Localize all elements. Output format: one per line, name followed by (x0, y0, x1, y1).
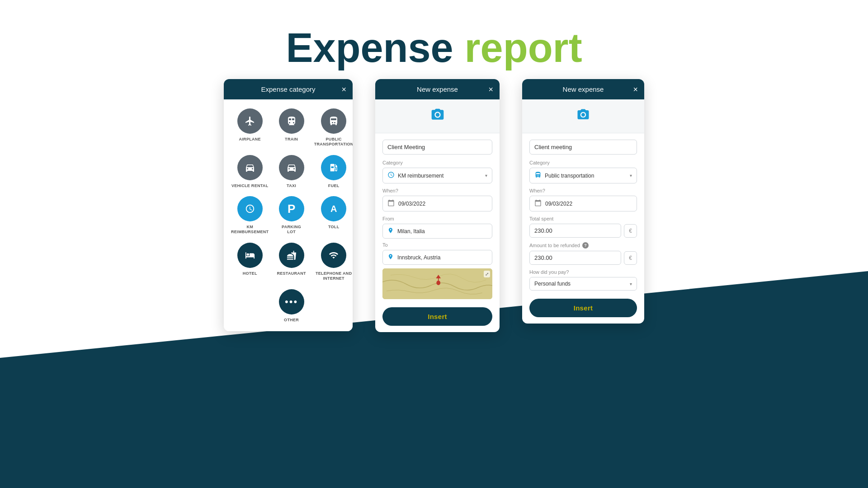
other-label: OTHER (284, 318, 299, 323)
page-title: Expense report (286, 25, 582, 71)
train-icon (279, 108, 304, 134)
to-field-label: To (382, 242, 492, 248)
category-item-telephone-internet[interactable]: TELEPHONE AND INTERNET (314, 243, 353, 281)
taxi-icon (279, 155, 304, 180)
category-item-fuel[interactable]: FUEL (314, 155, 353, 188)
telephone-internet-label: TELEPHONE AND INTERNET (314, 271, 353, 281)
category-select-3[interactable]: Public transportation ▾ (529, 168, 637, 183)
panel2-header: New expense × (375, 79, 500, 99)
panel1-header: Expense category × (224, 79, 353, 99)
pay-field-label: How did you pay? (529, 269, 637, 275)
date-value-3: 09/03/2022 (545, 201, 572, 207)
category-item-toll[interactable]: A TOLL (314, 196, 353, 235)
category-select-2[interactable]: KM reimbursement ▾ (382, 168, 492, 183)
taxi-label: TAXI (287, 183, 296, 188)
camera-icon-3 (576, 108, 590, 125)
category-item-airplane[interactable]: AIRPLANE (231, 108, 269, 147)
category-arrow-3: ▾ (630, 173, 632, 178)
panel2-body: Category KM reimbursement ▾ When? 09/03/… (375, 133, 500, 332)
expense-name-input-2[interactable] (382, 140, 492, 155)
hotel-label: HOTEL (243, 271, 257, 276)
panel3-title: New expense (563, 85, 604, 93)
calendar-icon-2 (387, 199, 395, 208)
category-item-vehicle-rental[interactable]: VEHICLE RENTAL (231, 155, 269, 188)
km-reimbursement-icon (237, 196, 263, 221)
refund-amount-input[interactable] (529, 251, 621, 265)
calendar-icon-3 (534, 199, 542, 208)
total-spent-row: € (529, 224, 637, 238)
refund-currency-badge: € (624, 251, 637, 265)
category-value-3: Public transportation (545, 173, 594, 179)
camera-icon (430, 108, 445, 125)
parking-lot-icon: P (279, 196, 304, 221)
to-field[interactable]: Innsbruck, Austria (382, 250, 492, 265)
panel3-body: Category Public transportation ▾ When? 0… (522, 133, 644, 324)
to-location-icon (387, 253, 394, 261)
vehicle-rental-icon (237, 155, 263, 180)
category-item-taxi[interactable]: TAXI (277, 155, 306, 188)
from-field[interactable]: Milan, Italia (382, 224, 492, 239)
panel3-header: New expense × (522, 79, 644, 99)
refund-field-label: Amount to be refunded (529, 243, 580, 248)
fuel-label: FUEL (328, 183, 340, 188)
category-item-hotel[interactable]: HOTEL (231, 243, 269, 281)
from-field-label: From (382, 216, 492, 221)
map-area[interactable]: ⤢ (382, 268, 492, 299)
total-spent-input[interactable] (529, 224, 621, 238)
category-item-parking-lot[interactable]: P PARKING LOT (277, 196, 306, 235)
photo-upload-area[interactable] (375, 99, 500, 133)
restaurant-label: RESTAURANT (277, 271, 306, 276)
insert-button-2[interactable]: Insert (382, 307, 492, 326)
refund-help-icon[interactable]: ? (582, 242, 589, 249)
category-field-label-2: Category (382, 160, 492, 165)
photo-upload-area-3[interactable] (522, 99, 644, 133)
category-value-2: KM reimbursement (398, 173, 443, 179)
public-transport-label: PUBLIC TRANSPORTATION (314, 137, 353, 147)
category-grid: AIRPLANE TRAIN PUBLIC TRANSPORTATION (224, 99, 353, 331)
public-transport-select-icon (534, 171, 542, 180)
when-field-label-3: When? (529, 188, 637, 193)
refund-amount-row: € (529, 251, 637, 265)
date-field-3[interactable]: 09/03/2022 (529, 196, 637, 211)
vehicle-rental-label: VEHICLE RENTAL (231, 183, 269, 188)
from-value: Milan, Italia (397, 228, 425, 235)
toll-label: TOLL (328, 225, 340, 230)
category-arrow-2: ▾ (485, 173, 487, 178)
airplane-icon (237, 108, 263, 134)
panel1-title: Expense category (261, 85, 315, 93)
new-expense-panel-3: New expense × Category Public transporta… (522, 79, 644, 324)
insert-button-3[interactable]: Insert (529, 299, 637, 317)
category-field-label-3: Category (529, 160, 637, 165)
category-item-other[interactable]: ••• OTHER (277, 289, 306, 323)
date-field-2[interactable]: 09/03/2022 (382, 196, 492, 211)
panels-container: Expense category × AIRPLANE TRAIN (224, 79, 644, 332)
panel2-title: New expense (417, 85, 458, 93)
pay-value: Personal funds (534, 281, 571, 287)
hotel-icon (237, 243, 263, 268)
new-expense-panel-2: New expense × Category KM reimbursement … (375, 79, 500, 332)
airplane-label: AIRPLANE (239, 137, 261, 142)
to-value: Innsbruck, Austria (397, 254, 440, 261)
total-spent-label: Total spent (529, 216, 637, 221)
pay-arrow: ▾ (630, 282, 632, 286)
km-reimbursement-label: KM REIMBURSEMENT (231, 225, 269, 235)
category-item-restaurant[interactable]: RESTAURANT (277, 243, 306, 281)
when-field-label-2: When? (382, 188, 492, 193)
from-location-icon (387, 227, 394, 235)
public-transport-icon (321, 108, 346, 134)
restaurant-icon (279, 243, 304, 268)
km-reimbursement-select-icon (387, 171, 395, 180)
panel2-close-button[interactable]: × (488, 85, 493, 94)
other-icon: ••• (279, 289, 304, 314)
pay-select[interactable]: Personal funds ▾ (529, 277, 637, 291)
fuel-icon (321, 155, 346, 180)
date-value-2: 09/03/2022 (398, 201, 425, 207)
expense-name-input-3[interactable] (529, 140, 637, 155)
category-item-public-transport[interactable]: PUBLIC TRANSPORTATION (314, 108, 353, 147)
refund-label-row: Amount to be refunded ? (529, 242, 637, 249)
panel3-close-button[interactable]: × (633, 85, 638, 94)
category-item-train[interactable]: TRAIN (277, 108, 306, 147)
train-label: TRAIN (285, 137, 298, 142)
panel1-close-button[interactable]: × (341, 85, 346, 94)
category-item-km-reimbursement[interactable]: KM REIMBURSEMENT (231, 196, 269, 235)
